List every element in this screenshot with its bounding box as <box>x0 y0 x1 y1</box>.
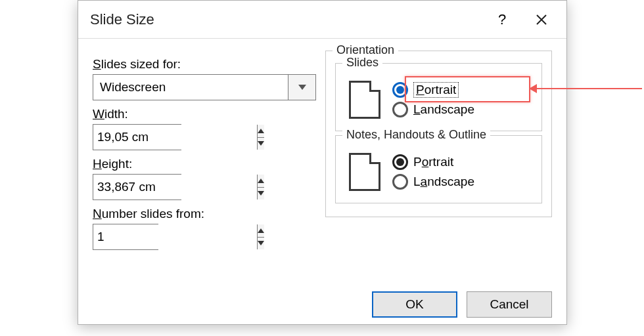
dialog-title: Slide Size <box>90 11 482 28</box>
left-column: Slides sized for: Width: Height: <box>93 51 316 250</box>
width-down-button[interactable] <box>258 138 264 150</box>
number-up-button[interactable] <box>258 224 264 238</box>
radio-ring-icon <box>392 102 408 117</box>
orientation-slides-group: Slides Portrait Landscape <box>335 63 542 131</box>
cancel-button[interactable]: Cancel <box>467 291 552 318</box>
chevron-down-icon <box>298 85 306 90</box>
chevron-up-icon <box>258 129 264 133</box>
orientation-slides-radios: Portrait Landscape <box>392 82 474 117</box>
annotation-arrow-icon <box>530 88 642 89</box>
radio-ring-icon <box>392 174 408 190</box>
height-spinner[interactable] <box>93 174 181 200</box>
combo-arrow-button[interactable] <box>288 75 315 100</box>
slides-sized-for-label: Slides sized for: <box>93 57 316 72</box>
radio-dot-icon <box>396 86 404 94</box>
titlebar: Slide Size ? <box>78 1 566 39</box>
height-spinner-buttons <box>257 175 264 200</box>
slides-sized-for-value[interactable] <box>93 75 288 100</box>
orientation-slides-title: Slides <box>342 56 382 70</box>
dialog-content: Slides sized for: Width: Height: <box>78 39 566 257</box>
chevron-up-icon <box>258 228 264 233</box>
width-label: Width: <box>93 107 316 121</box>
notes-portrait-radio[interactable]: Portrait <box>392 154 474 170</box>
slide-size-dialog: Slide Size ? Slides sized for: Width: <box>78 0 567 325</box>
dialog-footer: OK Cancel <box>372 291 552 318</box>
notes-portrait-label: Portrait <box>413 155 453 169</box>
slides-landscape-radio[interactable]: Landscape <box>392 102 474 117</box>
radio-ring-icon <box>392 82 408 98</box>
orientation-group: Orientation Slides Portrait Land <box>325 51 552 217</box>
width-spinner-buttons <box>257 125 264 150</box>
page-portrait-icon <box>349 81 380 119</box>
radio-dot-icon <box>396 158 404 166</box>
close-button[interactable] <box>522 1 561 38</box>
chevron-down-icon <box>258 241 264 245</box>
chevron-down-icon <box>258 141 264 146</box>
radio-ring-icon <box>392 154 408 170</box>
chevron-up-icon <box>258 178 264 183</box>
orientation-notes-group: Notes, Handouts & Outline Portrait Lands… <box>335 135 542 203</box>
orientation-notes-title: Notes, Handouts & Outline <box>342 128 490 142</box>
orientation-slides-row: Portrait Landscape <box>345 78 532 121</box>
orientation-group-title: Orientation <box>333 43 398 57</box>
ok-button[interactable]: OK <box>372 291 457 318</box>
help-button[interactable]: ? <box>482 1 522 38</box>
slides-sized-for-combo[interactable] <box>93 74 316 100</box>
number-from-spinner[interactable] <box>93 224 158 250</box>
number-down-button[interactable] <box>258 238 264 250</box>
width-up-button[interactable] <box>258 125 264 138</box>
slides-landscape-label: Landscape <box>413 102 474 117</box>
slides-portrait-radio[interactable]: Portrait <box>392 82 474 98</box>
orientation-notes-radios: Portrait Landscape <box>392 154 474 190</box>
slides-portrait-label: Portrait <box>413 82 459 98</box>
height-down-button[interactable] <box>258 188 264 200</box>
page-portrait-icon <box>349 153 380 191</box>
number-spinner-buttons <box>257 224 264 249</box>
orientation-notes-row: Portrait Landscape <box>345 150 532 194</box>
chevron-down-icon <box>258 191 264 196</box>
height-label: Height: <box>93 157 316 171</box>
width-input[interactable] <box>93 125 257 150</box>
height-input[interactable] <box>93 175 257 200</box>
width-spinner[interactable] <box>93 124 181 150</box>
height-up-button[interactable] <box>258 175 264 188</box>
notes-landscape-label: Landscape <box>413 175 474 189</box>
right-column: Orientation Slides Portrait Land <box>325 51 552 250</box>
number-from-label: Number slides from: <box>93 207 316 221</box>
number-from-input[interactable] <box>93 224 257 249</box>
notes-landscape-radio[interactable]: Landscape <box>392 174 474 190</box>
close-icon <box>535 13 548 26</box>
